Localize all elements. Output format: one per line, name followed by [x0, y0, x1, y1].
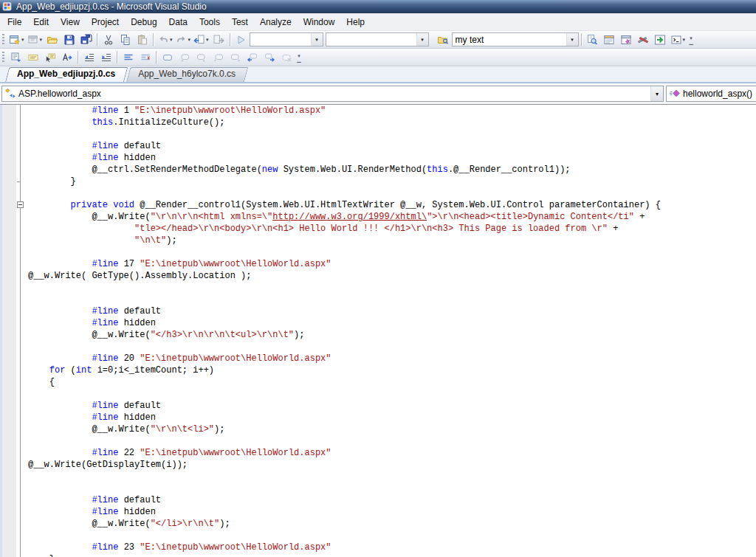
solution-explorer-button[interactable] — [584, 32, 601, 48]
code-line[interactable] — [28, 388, 756, 400]
redo-button[interactable]: ▾ — [174, 32, 193, 48]
code-line[interactable]: @__w.Write( GetType().Assembly.Location … — [28, 270, 756, 282]
code-line[interactable]: #line default — [28, 400, 756, 412]
properties-window-button[interactable] — [601, 32, 618, 48]
uncomment-selection-button[interactable] — [137, 49, 154, 66]
next-bookmark-button[interactable] — [193, 49, 210, 66]
tab-app-web-h6ylco7k[interactable]: App_Web_h6ylco7k.0.cs — [126, 67, 244, 82]
breakpoint-margin[interactable] — [2, 105, 16, 557]
menu-item-tools[interactable]: Tools — [193, 15, 226, 30]
code-line[interactable] — [28, 435, 756, 447]
code-line[interactable] — [28, 294, 756, 305]
save-all-button[interactable] — [78, 32, 94, 48]
previous-bookmark-in-document-button[interactable] — [244, 49, 261, 66]
code-line[interactable]: } — [28, 176, 756, 187]
toolbar-grip[interactable] — [2, 34, 4, 45]
code-lines[interactable]: #line 1 "E:\inetpub\wwwroot\HelloWorld.a… — [28, 105, 756, 557]
code-line[interactable] — [28, 341, 756, 353]
code-line[interactable]: #line 22 "E:\inetpub\wwwroot\HelloWorld.… — [28, 447, 756, 459]
menu-item-view[interactable]: View — [55, 15, 86, 30]
menu-item-edit[interactable]: Edit — [27, 15, 55, 30]
object-browser-button[interactable] — [618, 32, 635, 48]
code-line[interactable]: #line 20 "E:\inetpub\wwwroot\HelloWorld.… — [28, 353, 756, 364]
clear-bookmarks-button[interactable] — [278, 49, 295, 66]
paste-button[interactable] — [134, 32, 151, 48]
code-line[interactable]: @__w.Write(GetDisplayItem(i)); — [28, 459, 756, 471]
code-line[interactable] — [28, 246, 756, 258]
menu-item-debug[interactable]: Debug — [125, 15, 162, 30]
tab-app-web-edjiupzj[interactable]: App_Web_edjiupzj.0.cs — [5, 67, 124, 82]
display-quick-info-button[interactable] — [41, 49, 58, 66]
toggle-bookmark-button[interactable] — [159, 49, 176, 66]
members-dropdown[interactable]: helloworld_aspx() — [666, 86, 756, 102]
cut-button[interactable] — [100, 32, 117, 48]
comment-selection-button[interactable] — [120, 49, 137, 66]
code-line[interactable]: #line hidden — [28, 317, 756, 329]
code-line[interactable] — [28, 482, 756, 494]
menu-item-project[interactable]: Project — [86, 15, 125, 30]
code-line[interactable]: #line default — [28, 494, 756, 506]
save-button[interactable] — [61, 32, 78, 48]
display-parameter-info-button[interactable] — [24, 49, 41, 66]
chevron-down-icon[interactable]: ▾ — [566, 33, 578, 46]
next-bookmark-in-document-button[interactable] — [261, 49, 278, 66]
code-line[interactable]: #line 17 "E:\inetpub\wwwroot\HelloWorld.… — [28, 258, 756, 270]
menu-item-analyze[interactable]: Analyze — [254, 15, 298, 30]
code-line[interactable]: } — [28, 553, 756, 557]
menu-item-window[interactable]: Window — [298, 15, 341, 30]
start-debugging-button[interactable] — [233, 32, 250, 48]
code-line[interactable]: { — [28, 376, 756, 388]
previous-bookmark-in-folder-button[interactable] — [210, 49, 227, 66]
chevron-down-icon[interactable]: ▾ — [416, 33, 428, 46]
code-line[interactable]: #line hidden — [28, 152, 756, 164]
start-page-button[interactable] — [652, 32, 669, 48]
code-editor[interactable]: #line 1 "E:\inetpub\wwwroot\HelloWorld.a… — [0, 105, 756, 557]
code-line[interactable] — [28, 187, 756, 199]
code-line[interactable]: for (int i=0;i<_itemCount; i++) — [28, 364, 756, 376]
new-project-button[interactable]: ▾ — [7, 32, 26, 48]
menu-item-test[interactable]: Test — [226, 15, 254, 30]
menu-item-help[interactable]: Help — [340, 15, 371, 30]
code-line[interactable] — [28, 471, 756, 482]
find-in-files-button[interactable] — [435, 32, 452, 48]
open-file-button[interactable] — [44, 32, 61, 48]
code-line[interactable]: #line hidden — [28, 412, 756, 423]
menu-item-data[interactable]: Data — [163, 15, 193, 30]
decrease-indent-button[interactable] — [80, 49, 97, 66]
copy-button[interactable] — [117, 32, 134, 48]
code-line[interactable]: "tle></head>\r\n<body>\r\n<h1> Hello Wor… — [28, 223, 756, 235]
solution-platforms-combo[interactable]: ▾ — [326, 32, 429, 46]
code-line[interactable]: @__w.Write("</li>\r\n\t"); — [28, 518, 756, 530]
types-dropdown[interactable]: ASP.helloworld_aspx ▾ — [1, 86, 664, 102]
previous-bookmark-button[interactable] — [176, 49, 193, 66]
code-line[interactable]: @__w.Write("\r\n\t<li>"); — [28, 423, 756, 435]
command-window-button[interactable]: ▾ — [669, 32, 687, 48]
code-line[interactable]: "\n\t"); — [28, 235, 756, 246]
toolbox-button[interactable] — [635, 32, 652, 48]
code-line[interactable]: #line 1 "E:\inetpub\wwwroot\HelloWorld.a… — [28, 105, 756, 117]
display-member-list-button[interactable] — [7, 49, 24, 66]
code-line[interactable]: #line default — [28, 140, 756, 152]
toolbar-overflow-button[interactable]: ▾▁ — [295, 50, 303, 65]
code-line[interactable]: @__w.Write("</h3>\r\n\r\n\t<ul>\r\n\t"); — [28, 329, 756, 341]
code-line[interactable]: #line hidden — [28, 506, 756, 518]
chevron-down-icon[interactable]: ▾ — [650, 86, 663, 101]
increase-indent-button[interactable] — [97, 49, 114, 66]
navigate-backward-button[interactable]: ▾ — [192, 32, 210, 48]
solution-configurations-combo[interactable]: ▾ — [250, 32, 323, 46]
code-line[interactable] — [28, 282, 756, 294]
code-line[interactable]: @__ctrl.SetRenderMethodDelegate(new Syst… — [28, 164, 756, 176]
collapse-region-button[interactable] — [17, 201, 24, 208]
chevron-down-icon[interactable]: ▾ — [311, 33, 323, 46]
code-line[interactable]: #line 23 "E:\inetpub\wwwroot\HelloWorld.… — [28, 542, 756, 553]
code-line[interactable]: #line default — [28, 305, 756, 317]
navigate-forward-button[interactable] — [210, 32, 227, 48]
undo-button[interactable]: ▾ — [156, 32, 174, 48]
menu-item-file[interactable]: File — [1, 15, 27, 30]
code-line[interactable] — [28, 128, 756, 140]
code-line[interactable]: @__w.Write("\r\n\r\n<html xmlns=\"http:/… — [28, 211, 756, 223]
code-line[interactable]: private void @__Render__control1(System.… — [28, 199, 756, 211]
find-combo[interactable]: my text ▾ — [452, 32, 579, 46]
toolbar-overflow-button[interactable]: ▾▁ — [687, 32, 695, 47]
code-line[interactable] — [28, 530, 756, 542]
